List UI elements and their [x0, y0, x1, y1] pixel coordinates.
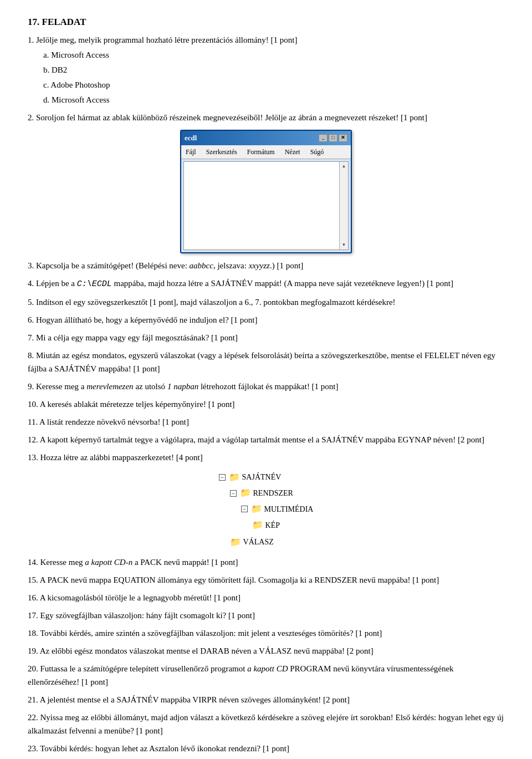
tree-item-kép: 📁 KÉP [252, 517, 314, 533]
q18-text: 18. További kérdés, amire szintén a szöv… [28, 626, 504, 640]
question-20: 20. Futtassa le a számítógépre telepítet… [28, 662, 504, 689]
tree-label-válasz: VÁLASZ [243, 535, 274, 549]
q17-text: 17. Egy szövegfájlban válaszoljon: hány … [28, 609, 504, 622]
q10-text: 10. A keresés ablakát méretezze teljes k… [28, 398, 504, 411]
q19-text: 19. Az előbbi egész mondatos válaszokat … [28, 644, 504, 658]
menu-fajl[interactable]: Fájl [184, 146, 198, 157]
q1-text: 1. Jelölje meg, melyik programmal hozhat… [28, 33, 504, 47]
question-14: 14. Keresse meg a kapott CD-n a PACK nev… [28, 556, 504, 569]
question-15: 15. A PACK nevű mappa EQUATION állománya… [28, 573, 504, 587]
question-18: 18. További kérdés, amire szintén a szöv… [28, 626, 504, 640]
tree-label-sajátnév: SAJÁTNÉV [242, 470, 282, 484]
question-7: 7. Mi a célja egy mappa vagy egy fájl me… [28, 331, 504, 344]
q22-text: 22. Nyissa meg az előbbi állományt, majd… [28, 711, 504, 737]
menu-sugo[interactable]: Súgó [309, 146, 326, 157]
question-22: 22. Nyissa meg az előbbi állományt, majd… [28, 711, 504, 737]
tree-item-multimédia: − 📁 MULTIMÉDIA [241, 501, 314, 517]
close-button[interactable]: ✕ [339, 134, 347, 142]
q23-text: 23. További kérdés: hogyan lehet az Aszt… [28, 742, 504, 755]
tree-structure: − 📁 SAJÁTNÉV − 📁 RENDSZER − 📁 MULTIMÉDIA… [219, 470, 314, 551]
question-10: 10. A keresés ablakát méretezze teljes k… [28, 398, 504, 411]
question-16: 16. A kicsomagolásból törölje le a legna… [28, 591, 504, 604]
tree-item-válasz: 📁 VÁLASZ [230, 534, 314, 551]
page-title: 17. FELADAT [28, 17, 504, 28]
q7-text: 7. Mi a célja egy mappa vagy egy fájl me… [28, 331, 504, 344]
window-title: ecdl [185, 133, 197, 144]
q14-text: 14. Keresse meg a kapott CD-n a PACK nev… [28, 556, 504, 569]
q1-opt-a: a. Microsoft Access [43, 48, 504, 62]
q21-text: 21. A jelentést mentse el a SAJÁTNÉV map… [28, 693, 504, 706]
q8-text: 8. Miután az egész mondatos, egyszerű vá… [28, 349, 504, 375]
collapse-icon-multimédia: − [241, 506, 248, 512]
tree-label-multimédia: MULTIMÉDIA [264, 502, 314, 516]
q9-text: 9. Keresse meg a merevlemezen az utolsó … [28, 380, 504, 393]
collapse-icon-sajátnév: − [219, 474, 226, 481]
folder-icon-kép: 📁 [252, 517, 263, 533]
folder-icon-multimédia: 📁 [251, 501, 262, 517]
maximize-button[interactable]: □ [329, 134, 337, 142]
question-4: 4. Lépjen be a C:\ECDL mappába, majd hoz… [28, 277, 504, 291]
folder-icon-válasz: 📁 [230, 534, 241, 551]
tree-label-kép: KÉP [265, 518, 280, 532]
tree-label-rendszer: RENDSZER [253, 486, 293, 500]
menu-nezet[interactable]: Nézet [283, 146, 302, 157]
q15-text: 15. A PACK nevű mappa EQUATION állománya… [28, 573, 504, 587]
q1-opt-c: c. Adobe Photoshop [43, 78, 504, 91]
scroll-down-arrow[interactable]: ▼ [341, 241, 347, 249]
q12-text: 12. A kapott képernyő tartalmát tegye a … [28, 433, 504, 446]
window-menu: Fájl Szerkesztés Formátum Nézet Súgó [181, 145, 351, 159]
q11-text: 11. A listát rendezze növekvő névsorba! … [28, 415, 504, 429]
q20-text: 20. Futtassa le a számítógépre telepítet… [28, 662, 504, 689]
q13-text: 13. Hozza létre az alábbi mappaszerkezet… [28, 451, 504, 464]
question-1: 1. Jelölje meg, melyik programmal hozhat… [28, 33, 504, 106]
fake-window: ecdl _ □ ✕ Fájl Szerkesztés Formátum Néz… [180, 130, 352, 253]
question-12: 12. A kapott képernyő tartalmát tegye a … [28, 433, 504, 446]
window-titlebar: ecdl _ □ ✕ [181, 131, 351, 145]
menu-formatum[interactable]: Formátum [245, 146, 277, 157]
window-illustration: ecdl _ □ ✕ Fájl Szerkesztés Formátum Néz… [28, 130, 504, 253]
tree-item-rendszer: − 📁 RENDSZER [230, 485, 314, 501]
folder-icon-rendszer: 📁 [240, 485, 251, 501]
question-6: 6. Hogyan állítható be, hogy a képernyőv… [28, 313, 504, 327]
folder-icon-sajátnév: 📁 [229, 470, 240, 486]
question-8: 8. Miután az egész mondatos, egyszerű vá… [28, 349, 504, 375]
question-23: 23. További kérdés: hogyan lehet az Aszt… [28, 742, 504, 755]
tree-item-sajátnév: − 📁 SAJÁTNÉV [219, 470, 314, 486]
scrollbar: ▲ ▼ [339, 162, 348, 249]
q3-text: 3. Kapcsolja be a számítógépet! (Belépés… [28, 259, 504, 272]
window-body: ▲ ▼ [183, 161, 349, 250]
question-5: 5. Indítson el egy szövegszerkesztőt [1 … [28, 296, 504, 309]
collapse-icon-rendszer: − [230, 490, 237, 497]
q1-opt-d: d. Microsoft Access [43, 93, 504, 106]
question-2: 2. Soroljon fel hármat az ablak különböz… [28, 111, 504, 253]
question-19: 19. Az előbbi egész mondatos válaszokat … [28, 644, 504, 658]
folder-tree: − 📁 SAJÁTNÉV − 📁 RENDSZER − 📁 MULTIMÉDIA… [28, 470, 504, 551]
q5-text: 5. Indítson el egy szövegszerkesztőt [1 … [28, 296, 504, 309]
question-21: 21. A jelentést mentse el a SAJÁTNÉV map… [28, 693, 504, 706]
menu-szerkesztes[interactable]: Szerkesztés [204, 146, 239, 157]
minimize-button[interactable]: _ [319, 134, 328, 142]
question-17: 17. Egy szövegfájlban válaszoljon: hány … [28, 609, 504, 622]
q16-text: 16. A kicsomagolásból törölje le a legna… [28, 591, 504, 604]
question-11: 11. A listát rendezze növekvő névsorba! … [28, 415, 504, 429]
q1-opt-b: b. DB2 [43, 63, 504, 77]
scroll-up-arrow[interactable]: ▲ [341, 162, 347, 171]
question-9: 9. Keresse meg a merevlemezen az utolsó … [28, 380, 504, 393]
q6-text: 6. Hogyan állítható be, hogy a képernyőv… [28, 313, 504, 327]
question-3: 3. Kapcsolja be a számítógépet! (Belépés… [28, 259, 504, 272]
question-13: 13. Hozza létre az alábbi mappaszerkezet… [28, 451, 504, 551]
q4-text: 4. Lépjen be a C:\ECDL mappába, majd hoz… [28, 277, 504, 291]
titlebar-buttons: _ □ ✕ [319, 134, 347, 142]
q2-text: 2. Soroljon fel hármat az ablak különböz… [28, 111, 504, 124]
